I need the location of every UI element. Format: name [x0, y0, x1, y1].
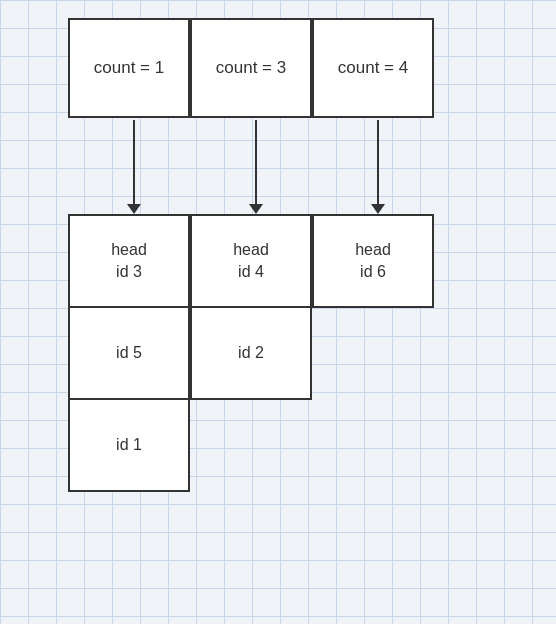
node-col2-cell1-label: id 2 — [238, 342, 264, 364]
node-col2-head: headid 4 — [190, 214, 312, 308]
arrow-line-3 — [377, 120, 379, 204]
count-box-3: count = 3 — [190, 18, 312, 118]
count-label-3: count = 3 — [216, 56, 286, 80]
node-col3-head-label: headid 6 — [355, 239, 391, 284]
node-col1-head: headid 3 — [68, 214, 190, 308]
count-label-1: count = 1 — [94, 56, 164, 80]
arrow-1 — [127, 120, 141, 214]
node-col1-head-label: headid 3 — [111, 239, 147, 284]
node-col1-cell1-inner: id 5 — [70, 308, 188, 398]
count-label-4: count = 4 — [338, 56, 408, 80]
node-col1-cell2-inner: id 1 — [70, 400, 188, 490]
arrow-2 — [249, 120, 263, 214]
arrow-line-2 — [255, 120, 257, 204]
count-box-1: count = 1 — [68, 18, 190, 118]
arrow-line-1 — [133, 120, 135, 204]
node-col2-cell1-inner: id 2 — [192, 308, 310, 398]
node-col2-head-label: headid 4 — [233, 239, 269, 284]
node-col3-head-cell: headid 6 — [314, 216, 432, 306]
count-row: count = 1 count = 3 count = 4 — [68, 18, 434, 118]
count-box-4: count = 4 — [312, 18, 434, 118]
node-col1-cell2: id 1 — [68, 398, 190, 492]
node-col2-cell1: id 2 — [190, 306, 312, 400]
node-col2-head-cell: headid 4 — [192, 216, 310, 306]
arrow-head-2 — [249, 204, 263, 214]
node-col1-head-cell: headid 3 — [70, 216, 188, 306]
arrow-3 — [371, 120, 385, 214]
arrow-head-1 — [127, 204, 141, 214]
node-col1-cell1-label: id 5 — [116, 342, 142, 364]
node-col1-cell2-label: id 1 — [116, 434, 142, 456]
node-col1-cell1: id 5 — [68, 306, 190, 400]
arrow-head-3 — [371, 204, 385, 214]
node-col3-head: headid 6 — [312, 214, 434, 308]
diagram: count = 1 count = 3 count = 4 headid 3 i… — [0, 0, 556, 624]
